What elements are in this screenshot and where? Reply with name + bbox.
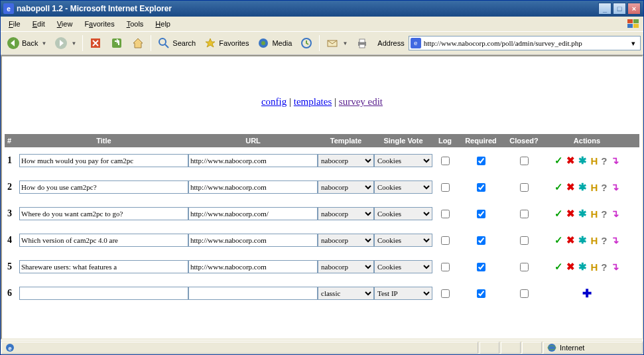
menu-edit[interactable]: Edit	[27, 19, 50, 29]
single-vote-select[interactable]: CookiesTest IP	[374, 234, 432, 247]
home-button[interactable]	[128, 34, 148, 52]
help-action-icon[interactable]: ?	[601, 182, 607, 193]
mail-button[interactable]: ▼	[322, 34, 351, 52]
title-input[interactable]	[19, 260, 188, 273]
refresh-button[interactable]	[107, 34, 127, 52]
closed-checkbox[interactable]	[520, 157, 529, 165]
required-checkbox[interactable]	[477, 210, 485, 218]
hide-action-icon[interactable]: H	[590, 182, 598, 193]
single-vote-select[interactable]: CookiesTest IP	[374, 207, 432, 220]
required-checkbox[interactable]	[477, 263, 485, 271]
delete-icon[interactable]: ✖	[566, 261, 575, 273]
close-button[interactable]: ×	[627, 3, 641, 15]
title-input[interactable]	[19, 180, 188, 194]
search-button[interactable]: Search	[154, 34, 199, 52]
forward-button[interactable]: ▼	[51, 34, 80, 52]
template-select[interactable]: nabocorpclassic	[318, 207, 374, 220]
address-bar: e ▾	[409, 36, 641, 50]
star-action-icon[interactable]: ✱	[578, 261, 587, 273]
move-action-icon[interactable]: ↴	[611, 181, 619, 193]
hide-action-icon[interactable]: H	[590, 155, 598, 167]
help-action-icon[interactable]: ?	[601, 261, 607, 273]
delete-icon[interactable]: ✖	[566, 181, 575, 193]
star-action-icon[interactable]: ✱	[578, 181, 587, 193]
help-action-icon[interactable]: ?	[601, 235, 607, 246]
menu-help[interactable]: Help	[150, 19, 176, 29]
move-action-icon[interactable]: ↴	[611, 208, 619, 220]
add-icon[interactable]: ✚	[582, 287, 592, 301]
template-select[interactable]: nabocorpclassic	[318, 180, 374, 194]
log-checkbox[interactable]	[441, 236, 450, 245]
media-button[interactable]: Media	[253, 34, 295, 52]
title-input[interactable]	[19, 287, 188, 300]
url-input[interactable]	[188, 207, 318, 220]
nav-templates[interactable]: templates	[294, 96, 332, 107]
title-input[interactable]	[19, 234, 188, 247]
menu-file[interactable]: File	[3, 19, 26, 29]
delete-icon[interactable]: ✖	[566, 155, 575, 167]
url-input[interactable]	[188, 287, 318, 300]
url-input[interactable]	[188, 154, 318, 167]
hide-action-icon[interactable]: H	[590, 261, 598, 273]
log-checkbox[interactable]	[441, 263, 450, 271]
closed-checkbox[interactable]	[520, 210, 529, 218]
star-action-icon[interactable]: ✱	[578, 234, 587, 246]
required-checkbox[interactable]	[477, 289, 485, 298]
closed-checkbox[interactable]	[520, 236, 529, 245]
delete-icon[interactable]: ✖	[566, 208, 575, 220]
print-button[interactable]	[352, 34, 372, 52]
stop-button[interactable]	[86, 34, 105, 52]
log-checkbox[interactable]	[441, 157, 450, 165]
menu-tools[interactable]: Tools	[121, 19, 149, 29]
menu-favorites[interactable]: Favorites	[79, 19, 119, 29]
approve-icon[interactable]: ✓	[554, 234, 563, 246]
closed-checkbox[interactable]	[520, 183, 529, 192]
approve-icon[interactable]: ✓	[554, 155, 563, 167]
star-action-icon[interactable]: ✱	[578, 208, 587, 220]
template-select[interactable]: nabocorpclassic	[318, 154, 374, 167]
star-action-icon[interactable]: ✱	[578, 155, 587, 167]
closed-checkbox[interactable]	[520, 263, 529, 271]
move-action-icon[interactable]: ↴	[611, 234, 619, 246]
single-vote-select[interactable]: CookiesTest IP	[374, 180, 432, 194]
url-input[interactable]	[188, 234, 318, 247]
template-select[interactable]: nabocorpclassic	[318, 287, 374, 300]
required-checkbox[interactable]	[477, 157, 485, 165]
address-input[interactable]	[424, 39, 628, 47]
hide-action-icon[interactable]: H	[590, 235, 598, 246]
closed-checkbox[interactable]	[520, 289, 529, 298]
back-button[interactable]: Back▼	[3, 34, 50, 52]
hide-action-icon[interactable]: H	[590, 208, 598, 220]
single-vote-select[interactable]: CookiesTest IP	[374, 154, 432, 167]
statusbar: e Internet	[1, 340, 643, 354]
help-action-icon[interactable]: ?	[601, 208, 607, 220]
template-select[interactable]: nabocorpclassic	[318, 234, 374, 247]
required-checkbox[interactable]	[477, 183, 485, 192]
help-action-icon[interactable]: ?	[601, 155, 607, 167]
delete-icon[interactable]: ✖	[566, 234, 575, 246]
log-checkbox[interactable]	[441, 289, 450, 298]
history-button[interactable]	[296, 34, 316, 52]
title-input[interactable]	[19, 154, 188, 167]
log-checkbox[interactable]	[441, 210, 450, 218]
approve-icon[interactable]: ✓	[554, 181, 563, 193]
single-vote-select[interactable]: CookiesTest IP	[374, 287, 432, 300]
required-checkbox[interactable]	[477, 236, 485, 245]
template-select[interactable]: nabocorpclassic	[318, 260, 374, 273]
move-action-icon[interactable]: ↴	[611, 261, 619, 273]
move-action-icon[interactable]: ↴	[611, 155, 619, 167]
approve-icon[interactable]: ✓	[554, 208, 563, 220]
address-dropdown-icon[interactable]: ▾	[628, 39, 639, 48]
favorites-button[interactable]: Favorites	[200, 34, 252, 52]
title-input[interactable]	[19, 207, 188, 220]
nav-config[interactable]: config	[261, 96, 287, 107]
minimize-button[interactable]: _	[598, 3, 612, 15]
log-checkbox[interactable]	[441, 183, 450, 192]
url-input[interactable]	[188, 180, 318, 194]
maximize-button[interactable]: □	[613, 3, 626, 15]
menu-view[interactable]: View	[52, 19, 78, 29]
nav-survey-edit[interactable]: survey edit	[339, 96, 383, 107]
single-vote-select[interactable]: CookiesTest IP	[374, 260, 432, 273]
url-input[interactable]	[188, 260, 318, 273]
approve-icon[interactable]: ✓	[554, 261, 563, 273]
